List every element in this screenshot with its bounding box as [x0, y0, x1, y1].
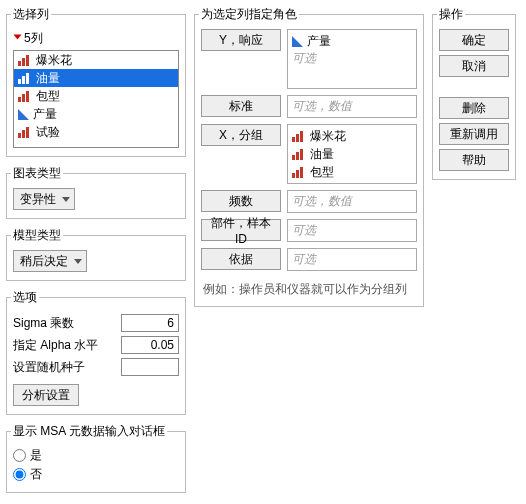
seed-input[interactable]	[121, 358, 179, 376]
x-group-button[interactable]: X，分组	[201, 124, 281, 146]
by-button[interactable]: 依据	[201, 248, 281, 270]
msa-no-label: 否	[30, 466, 42, 483]
chevron-down-icon	[74, 259, 82, 264]
list-item[interactable]: 试验	[14, 123, 178, 141]
alpha-input[interactable]	[121, 336, 179, 354]
model-type-dropdown[interactable]: 稍后决定	[13, 250, 87, 272]
sigma-input[interactable]	[121, 314, 179, 332]
bars-icon	[292, 166, 306, 178]
part-target[interactable]: 可选	[287, 219, 417, 242]
roles-hint: 例如：操作员和仪器就可以作为分组列	[201, 277, 417, 298]
msa-yes-label: 是	[30, 447, 42, 464]
by-target[interactable]: 可选	[287, 248, 417, 271]
msa-yes-radio[interactable]	[13, 449, 26, 462]
bars-icon	[292, 130, 306, 142]
chevron-down-icon	[62, 197, 70, 202]
assigned-item[interactable]: 产量	[292, 32, 412, 50]
part-button[interactable]: 部件，样本 ID	[201, 219, 281, 241]
options-group: 选项 Sigma 乘数 指定 Alpha 水平 设置随机种子 分析设置	[6, 289, 186, 415]
list-item[interactable]: 产量	[14, 105, 178, 123]
columns-list[interactable]: 爆米花油量包型产量试验	[13, 50, 179, 148]
bars-icon	[292, 148, 306, 160]
list-item[interactable]: 油量	[14, 69, 178, 87]
freq-target[interactable]: 可选，数值	[287, 190, 417, 213]
bars-icon	[18, 54, 32, 66]
model-type-group: 模型类型 稍后决定	[6, 227, 186, 281]
bars-icon	[18, 126, 32, 138]
list-item[interactable]: 包型	[14, 87, 178, 105]
assigned-item[interactable]: 爆米花	[292, 127, 412, 145]
y-response-button[interactable]: Y，响应	[201, 29, 281, 51]
cancel-button[interactable]: 取消	[439, 55, 509, 77]
select-columns-title: 选择列	[11, 6, 51, 23]
standard-target[interactable]: 可选，数值	[287, 95, 417, 118]
y-target[interactable]: 产量 可选	[287, 29, 417, 89]
alpha-label: 指定 Alpha 水平	[13, 337, 115, 354]
triangle-icon	[292, 36, 303, 47]
freq-button[interactable]: 频数	[201, 190, 281, 212]
sigma-label: Sigma 乘数	[13, 315, 115, 332]
chart-type-dropdown[interactable]: 变异性	[13, 188, 75, 210]
assigned-item[interactable]: 油量	[292, 145, 412, 163]
bars-icon	[18, 90, 32, 102]
ok-button[interactable]: 确定	[439, 29, 509, 51]
remove-button[interactable]: 删除	[439, 97, 509, 119]
msa-dialog-title: 显示 MSA 元数据输入对话框	[11, 423, 167, 440]
assigned-item[interactable]: 包型	[292, 163, 412, 181]
x-target[interactable]: 爆米花油量包型	[287, 124, 417, 184]
standard-button[interactable]: 标准	[201, 95, 281, 117]
model-type-title: 模型类型	[11, 227, 63, 244]
msa-no-radio[interactable]	[13, 468, 26, 481]
triangle-icon	[18, 109, 29, 120]
roles-title: 为选定列指定角色	[199, 6, 299, 23]
chart-type-title: 图表类型	[11, 165, 63, 182]
roles-group: 为选定列指定角色 Y，响应 产量 可选 标准 可选，数值 X，分组 爆米花油量包…	[194, 6, 424, 307]
ops-group: 操作 确定 取消 删除 重新调用 帮助	[432, 6, 516, 180]
columns-count-row[interactable]: 5列	[13, 29, 179, 50]
disclose-icon	[14, 35, 22, 40]
seed-label: 设置随机种子	[13, 359, 115, 376]
analysis-settings-button[interactable]: 分析设置	[13, 384, 79, 406]
chart-type-group: 图表类型 变异性	[6, 165, 186, 219]
help-button[interactable]: 帮助	[439, 149, 509, 171]
bars-icon	[18, 72, 32, 84]
list-item[interactable]: 爆米花	[14, 51, 178, 69]
msa-dialog-group: 显示 MSA 元数据输入对话框 是 否	[6, 423, 186, 493]
recall-button[interactable]: 重新调用	[439, 123, 509, 145]
ops-title: 操作	[437, 6, 465, 23]
options-title: 选项	[11, 289, 39, 306]
select-columns-group: 选择列 5列 爆米花油量包型产量试验	[6, 6, 186, 157]
